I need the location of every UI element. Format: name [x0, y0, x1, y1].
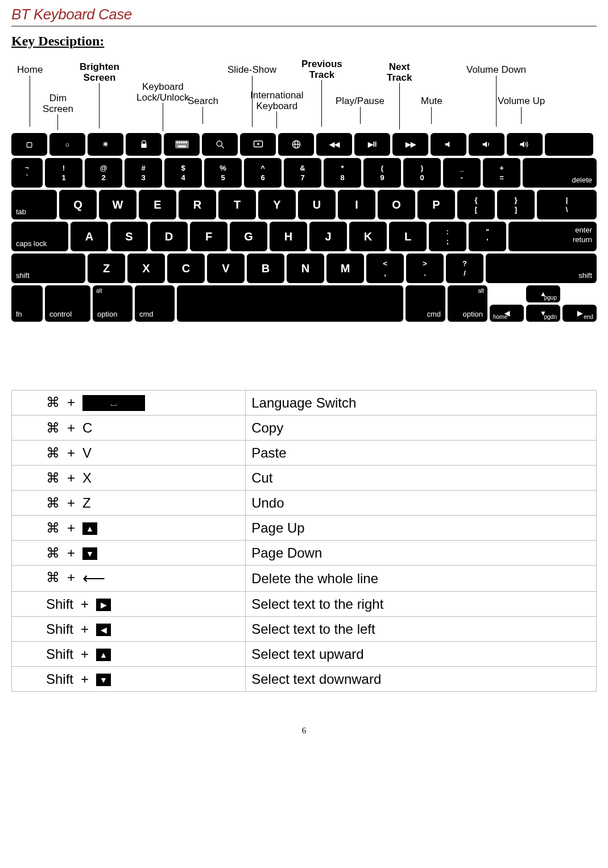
svg-marker-10: [257, 143, 260, 146]
plus-sign: +: [60, 420, 82, 436]
shortcut-combo: ⌘+Z: [12, 491, 246, 516]
arrow-icon: ▼: [82, 547, 97, 560]
key-v: V: [207, 254, 245, 283]
key-z: Z: [88, 254, 125, 283]
arrow-icon: ▲: [82, 522, 97, 535]
label-lock-top: Keyboard Lock/Unlock: [137, 81, 189, 103]
plus-sign: +: [60, 570, 82, 585]
key-backslash: |\: [537, 190, 597, 219]
key-d: D: [150, 222, 188, 251]
key-cmd-right: cmd: [406, 285, 445, 322]
arrow-icon: ▼: [96, 674, 111, 686]
keyboard-diagram: Home Dim Screen Brighten Screen Keyboard…: [11, 59, 597, 322]
table-row: Shift+▶Select text to the right: [12, 592, 597, 617]
long-left-arrow-icon: ⟵: [82, 569, 105, 588]
key-brighten-icon: ☀: [88, 133, 123, 156]
modifier-key: ⌘: [46, 420, 60, 435]
key-home-icon: ▢: [11, 133, 47, 156]
key-x: X: [127, 254, 165, 283]
key-equals: +=: [483, 158, 520, 188]
section-heading: Key Desciption:: [11, 34, 597, 49]
svg-marker-16: [520, 142, 524, 148]
key-s: S: [110, 222, 148, 251]
key-k: K: [349, 222, 387, 251]
shortcut-desc: Select text to the left: [246, 617, 597, 642]
shortcuts-table: ⌘+⎵Language Switch⌘+CCopy⌘+VPaste⌘+XCut⌘…: [11, 390, 597, 692]
table-row: ⌘+⟵Delete the whole line: [12, 566, 597, 592]
table-row: Shift+▲Select text upward: [12, 642, 597, 667]
key-comma: <,: [366, 254, 404, 283]
svg-marker-14: [445, 142, 449, 148]
key-control: control: [45, 285, 90, 322]
key-capslock: caps lock: [11, 222, 68, 251]
table-row: ⌘+CCopy: [12, 416, 597, 441]
key-l: L: [389, 222, 427, 251]
shortcut-desc: Paste: [246, 441, 597, 466]
plus-sign: +: [73, 621, 96, 637]
modifier-key: ⌘: [46, 495, 60, 510]
modifier-key: ⌘: [46, 545, 60, 560]
shortcut-desc: Undo: [246, 491, 597, 516]
shortcut-combo: Shift+▼: [12, 667, 246, 692]
shortcut-combo: ⌘+▲: [12, 516, 246, 541]
plus-sign: +: [73, 596, 96, 612]
key-minus: _-: [443, 158, 481, 188]
key-q: Q: [59, 190, 97, 219]
modifier-key: Shift: [46, 646, 73, 662]
shortcut-desc: Language Switch: [246, 391, 597, 416]
key-arrow-left: ◀home: [490, 305, 524, 322]
svg-point-7: [217, 141, 222, 146]
key-next-icon: ▶▶: [392, 133, 428, 156]
key-e: E: [139, 190, 176, 219]
table-row: ⌘+ZUndo: [12, 491, 597, 516]
label-mute: Mute: [421, 96, 442, 124]
shortcut-combo: ⌘+C: [12, 416, 246, 441]
shortcut-desc: Delete the whole line: [246, 566, 597, 592]
key-b: B: [247, 254, 284, 283]
key-blank: [545, 133, 593, 156]
table-row: Shift+◀Select text to the left: [12, 617, 597, 642]
shortcut-desc: Page Down: [246, 541, 597, 566]
key-a: A: [71, 222, 108, 251]
page-title: BT Keyboard Case: [11, 6, 597, 27]
modifier-key: ⌘: [46, 470, 60, 485]
shortcut-desc: Cut: [246, 466, 597, 491]
plus-sign: +: [60, 445, 82, 461]
plus-sign: +: [60, 394, 82, 410]
shortcut-combo: ⌘+X: [12, 466, 246, 491]
shortcut-combo: Shift+▲: [12, 642, 246, 667]
modifier-key: Shift: [46, 621, 73, 637]
label-dim: Dim Screen: [43, 93, 73, 130]
label-home: Home: [17, 65, 43, 127]
modifier-key: Shift: [46, 671, 73, 687]
space-icon: ⎵: [82, 395, 145, 411]
shortcut-key: C: [82, 420, 92, 435]
arrow-icon: ◀: [96, 624, 111, 636]
shortcut-desc: Select text to the right: [246, 592, 597, 617]
table-row: ⌘+VPaste: [12, 441, 597, 466]
shortcut-desc: Select text downward: [246, 667, 597, 692]
key-option-left: altoption: [93, 285, 133, 322]
key-enter: enterreturn: [508, 222, 597, 251]
modifier-key: ⌘: [46, 445, 60, 460]
svg-rect-5: [185, 142, 187, 143]
key-1: !1: [45, 158, 82, 188]
shortcut-combo: ⌘+⟵: [12, 566, 246, 592]
shortcut-combo: ⌘+⎵: [12, 391, 246, 416]
key-f: F: [190, 222, 228, 251]
svg-rect-1: [176, 142, 178, 143]
key-w: W: [99, 190, 137, 219]
key-delete: delete: [523, 158, 597, 188]
table-row: ⌘+▼Page Down: [12, 541, 597, 566]
key-p: P: [417, 190, 455, 219]
key-tab: tab: [11, 190, 57, 219]
key-lbracket: {[: [457, 190, 495, 219]
key-6: ^6: [244, 158, 282, 188]
label-play: Play/Pause: [336, 96, 384, 124]
key-keyboard-icon: [164, 133, 200, 156]
key-c: C: [167, 254, 205, 283]
modifier-key: ⌘: [46, 570, 60, 585]
key-y: Y: [258, 190, 296, 219]
shortcut-desc: Page Up: [246, 516, 597, 541]
key-slash: ?/: [446, 254, 483, 283]
